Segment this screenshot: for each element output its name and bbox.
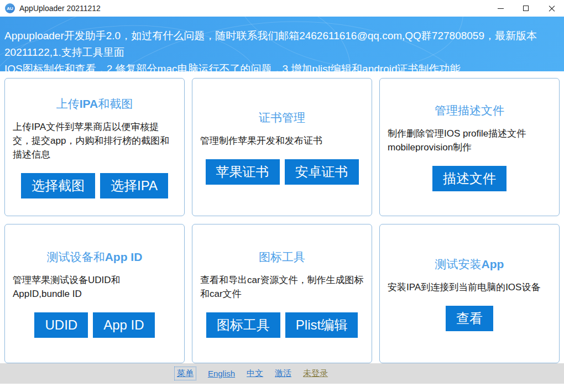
card-test-install-app: 测试安装App 安装IPA到连接到当前电脑的IOS设备 查看 — [379, 224, 560, 363]
profile-button[interactable]: 描述文件 — [432, 166, 506, 191]
card-buttons: 图标工具 Plist编辑 — [206, 312, 358, 338]
card-buttons: 选择截图 选择IPA — [21, 173, 168, 198]
footer-link-english[interactable]: English — [208, 369, 235, 378]
card-certificate-management: 证书管理 管理制作苹果开发和发布证书 苹果证书 安卓证书 — [192, 78, 372, 216]
card-title-text: 测试设备和 — [47, 250, 105, 263]
window-controls — [488, 0, 564, 17]
card-description: 管理苹果测试设备UDID和AppID,bundle ID — [13, 273, 176, 301]
card-icon-tool: 图标工具 查看和导出car资源文件，制作生成图标和car文件 图标工具 Plis… — [192, 224, 372, 363]
icon-tool-button[interactable]: 图标工具 — [206, 312, 280, 338]
card-description: 安装IPA到连接到当前电脑的IOS设备 — [388, 280, 551, 294]
card-title: 测试设备和App ID — [47, 249, 143, 265]
close-icon — [549, 6, 555, 12]
card-title: 证书管理 — [259, 110, 305, 126]
banner-text-line1: Appuploader开发助手2.0，如过有什么问题，随时联系我们邮箱24626… — [4, 28, 558, 61]
card-title: 测试安装App — [435, 257, 504, 272]
card-buttons: 苹果证书 安卓证书 — [206, 159, 359, 185]
card-description: 管理制作苹果开发和发布证书 — [200, 134, 364, 148]
card-buttons: 查看 — [446, 306, 493, 331]
titlebar: AU AppUploader 20211212 — [0, 0, 564, 17]
card-title: 上传IPA和截图 — [56, 96, 133, 112]
select-screenshot-button[interactable]: 选择截图 — [21, 173, 95, 198]
plist-edit-button[interactable]: Plist编辑 — [285, 312, 358, 338]
view-button[interactable]: 查看 — [446, 306, 493, 331]
card-title-text: 和截图 — [98, 97, 133, 110]
footer-link-activate[interactable]: 激活 — [275, 368, 291, 379]
cards-grid: 上传IPA和截图 上传IPA文件到苹果商店以便审核提交，提交app，内购和排行榜… — [0, 71, 564, 363]
footer-link-login-status[interactable]: 未登录 — [303, 368, 328, 379]
udid-button[interactable]: UDID — [34, 312, 88, 338]
banner-text-line2: IOS图标制作和查看，2.修复部分mac电脑运行不了的问题，3.增加plist编… — [4, 61, 558, 71]
apple-certificate-button[interactable]: 苹果证书 — [206, 159, 280, 185]
card-title-text: 管理描述文件 — [435, 104, 504, 117]
card-title-text: 图标工具 — [259, 250, 305, 263]
card-buttons: UDID App ID — [34, 312, 154, 338]
footer-link-chinese[interactable]: 中文 — [247, 368, 263, 379]
appid-button[interactable]: App ID — [93, 312, 154, 338]
card-title-bold: App ID — [105, 250, 143, 263]
card-title-bold: App — [482, 258, 504, 270]
card-title-text: 上传 — [56, 97, 80, 110]
maximize-button[interactable] — [513, 0, 539, 17]
select-ipa-button[interactable]: 选择IPA — [100, 173, 168, 198]
announcement-banner: Appuploader开发助手2.0，如过有什么问题，随时联系我们邮箱24626… — [0, 17, 564, 71]
card-upload-ipa-screenshot: 上传IPA和截图 上传IPA文件到苹果商店以便审核提交，提交app，内购和排行榜… — [4, 78, 185, 216]
footer-link-menu[interactable]: 菜单 — [174, 367, 196, 380]
card-title: 管理描述文件 — [435, 103, 504, 118]
card-title: 图标工具 — [259, 249, 305, 265]
window-title: AppUploader 20211212 — [19, 4, 101, 13]
card-buttons: 描述文件 — [432, 166, 506, 191]
android-certificate-button[interactable]: 安卓证书 — [285, 159, 359, 185]
close-button[interactable] — [539, 0, 564, 17]
card-test-device-appid: 测试设备和App ID 管理苹果测试设备UDID和AppID,bundle ID… — [4, 224, 185, 363]
footer-bar: 菜单 English 中文 激活 未登录 — [0, 363, 564, 384]
minimize-button[interactable] — [488, 0, 513, 17]
app-logo-icon: AU — [5, 3, 15, 13]
card-title-text: 证书管理 — [259, 111, 305, 124]
minimize-icon — [498, 8, 504, 9]
card-title-bold: IPA — [80, 97, 98, 110]
card-description: 制作删除管理IOS profile描述文件mobileprovision制作 — [388, 127, 551, 154]
card-description: 上传IPA文件到苹果商店以便审核提交，提交app，内购和排行榜的截图和描述信息 — [13, 120, 176, 161]
card-title-text: 测试安装 — [435, 258, 482, 270]
card-profile-management: 管理描述文件 制作删除管理IOS profile描述文件mobileprovis… — [379, 78, 560, 216]
card-description: 查看和导出car资源文件，制作生成图标和car文件 — [200, 273, 364, 301]
maximize-icon — [523, 6, 529, 11]
